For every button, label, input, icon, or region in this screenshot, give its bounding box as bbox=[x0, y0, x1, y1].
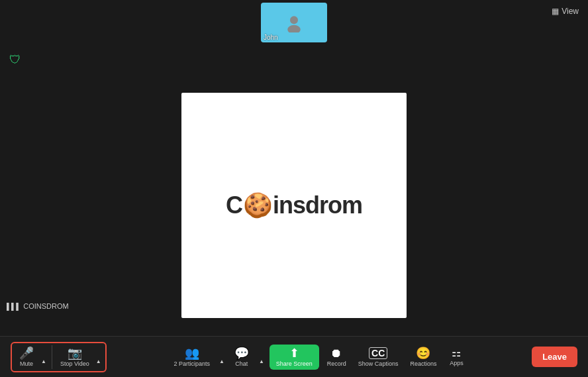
mic-icon: 🎤 bbox=[19, 347, 34, 359]
mute-label: Mute bbox=[20, 360, 33, 367]
chat-label: Chat bbox=[235, 360, 248, 367]
self-name-tag: John bbox=[264, 34, 278, 41]
toolbar: 🎤 Mute ▲ 📷 Stop Video ▲ 👥 2 Participants… bbox=[0, 336, 588, 377]
view-button[interactable]: ▦ View bbox=[552, 7, 579, 16]
record-label: Record bbox=[327, 360, 346, 367]
main-video-area: ▦ View John 🛡 C🍪insdrom ▌▌▌ COINSDROM bbox=[0, 0, 588, 345]
show-captions-label: Show Captions bbox=[358, 360, 399, 367]
coinsdrom-logo: C🍪insdrom bbox=[226, 191, 362, 219]
apps-icon: ⚏ bbox=[452, 348, 461, 358]
toolbar-center: 👥 2 Participants ▲ 💬 Chat ▲ ⬆ Share Scre… bbox=[107, 345, 532, 370]
record-button[interactable]: ⏺ Record bbox=[323, 345, 350, 370]
logo-text: insdrom bbox=[273, 191, 362, 219]
participants-icon: 👥 bbox=[185, 347, 199, 359]
reactions-button[interactable]: 😊 Reactions bbox=[406, 345, 440, 370]
mute-video-group: 🎤 Mute ▲ 📷 Stop Video ▲ bbox=[11, 342, 107, 372]
stop-video-button[interactable]: 📷 Stop Video bbox=[56, 345, 93, 370]
reactions-label: Reactions bbox=[410, 360, 436, 367]
speaker-label: ▌▌▌ COINSDROM bbox=[7, 302, 69, 310]
apps-label: Apps bbox=[450, 360, 464, 366]
shared-screen-area: C🍪insdrom bbox=[181, 93, 407, 318]
toolbar-right: Leave bbox=[532, 347, 577, 367]
view-icon: ▦ bbox=[552, 7, 559, 16]
coin-icon: 🍪 bbox=[243, 191, 272, 219]
video-caret[interactable]: ▲ bbox=[95, 358, 103, 364]
mute-caret[interactable]: ▲ bbox=[40, 358, 48, 364]
share-screen-label: Share Screen bbox=[276, 360, 313, 367]
participants-caret[interactable]: ▲ bbox=[218, 358, 226, 364]
view-label: View bbox=[562, 7, 579, 16]
avatar bbox=[284, 13, 304, 32]
svg-point-0 bbox=[290, 16, 298, 24]
share-screen-icon: ⬆ bbox=[289, 347, 299, 359]
chat-button[interactable]: 💬 Chat bbox=[230, 345, 254, 370]
svg-point-1 bbox=[287, 25, 301, 32]
share-screen-button[interactable]: ⬆ Share Screen bbox=[270, 345, 319, 370]
reactions-icon: 😊 bbox=[416, 347, 430, 359]
chat-caret[interactable]: ▲ bbox=[258, 358, 266, 364]
participants-label: 2 Participants bbox=[173, 360, 210, 367]
cc-icon: CC bbox=[369, 347, 387, 359]
speaker-name: COINSDROM bbox=[23, 302, 68, 310]
show-captions-button[interactable]: CC Show Captions bbox=[354, 345, 403, 370]
audio-bars-icon: ▌▌▌ bbox=[7, 303, 21, 310]
mute-button[interactable]: 🎤 Mute bbox=[15, 345, 38, 370]
divider bbox=[52, 345, 52, 369]
chat-icon: 💬 bbox=[234, 347, 249, 359]
leave-button[interactable]: Leave bbox=[532, 347, 577, 367]
security-shield-icon: 🛡 bbox=[9, 53, 21, 67]
record-icon: ⏺ bbox=[330, 347, 342, 359]
toolbar-left: 🎤 Mute ▲ 📷 Stop Video ▲ bbox=[11, 342, 107, 372]
logo-c: C bbox=[226, 191, 242, 219]
stop-video-label: Stop Video bbox=[60, 360, 89, 367]
participants-button[interactable]: 👥 2 Participants bbox=[170, 345, 214, 370]
self-video-tile: John bbox=[261, 3, 327, 42]
camera-icon: 📷 bbox=[68, 347, 82, 359]
apps-button[interactable]: ⚏ Apps bbox=[444, 345, 468, 369]
